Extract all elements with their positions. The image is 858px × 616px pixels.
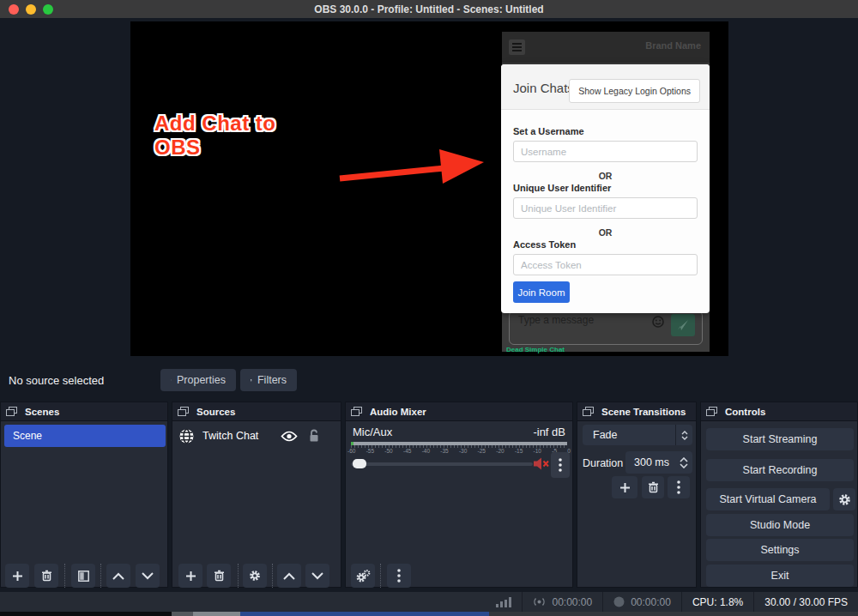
panel-icon: [706, 407, 718, 417]
trash-icon: [648, 481, 659, 493]
remove-scene-button[interactable]: [34, 564, 58, 588]
studio-mode-button[interactable]: Studio Mode: [706, 514, 854, 536]
panel-icon: [178, 407, 190, 417]
scenes-panel-header[interactable]: Scenes: [1, 402, 167, 421]
sources-panel-header[interactable]: Sources: [172, 402, 341, 421]
add-transition-button[interactable]: [612, 476, 637, 498]
sources-panel: Sources Twitch Chat: [172, 402, 341, 588]
transitions-panel-header[interactable]: Scene Transitions: [577, 402, 696, 421]
volume-slider[interactable]: [351, 462, 533, 466]
add-source-button[interactable]: [178, 564, 202, 588]
message-placeholder: Type a message: [518, 314, 594, 326]
window-title: OBS 30.0.0 - Profile: Untitled - Scenes:…: [0, 3, 858, 15]
plus-icon: [12, 571, 23, 582]
duration-label: Duration: [583, 457, 623, 469]
scenes-panel: Scenes Scene: [0, 402, 168, 588]
message-input[interactable]: Type a message: [509, 311, 703, 345]
red-arrow: [336, 144, 486, 187]
scene-transitions-panel: Scene Transitions Fade Duration 300 ms: [577, 402, 697, 588]
scene-filters-button[interactable]: [71, 564, 95, 588]
move-scene-up-button[interactable]: [106, 564, 130, 588]
modal-title: Join Chats: [513, 81, 574, 95]
uuid-input[interactable]: [513, 197, 698, 219]
remove-source-button[interactable]: [207, 564, 231, 588]
advanced-audio-button[interactable]: [351, 564, 375, 588]
join-room-button[interactable]: Join Room: [513, 281, 570, 303]
signal-bars-icon: [496, 597, 511, 607]
controls-panel-header[interactable]: Controls: [701, 402, 857, 421]
access-token-input[interactable]: [513, 254, 698, 275]
start-streaming-button[interactable]: Start Streaming: [706, 428, 854, 450]
add-scene-button[interactable]: [5, 564, 29, 588]
duration-spinner-chevrons: [675, 451, 692, 474]
audio-mixer-panel: Audio Mixer Mic/Aux -inf dB -60 -55 -50 …: [345, 402, 573, 588]
chevron-down-icon: [681, 436, 688, 440]
username-input[interactable]: [513, 141, 698, 162]
chat-brand-name: Brand Name: [645, 40, 701, 51]
dead-simple-chat-brand: Dead Simple Chat: [506, 346, 565, 353]
settings-button[interactable]: Settings: [706, 539, 854, 561]
broadcast-icon: [533, 596, 546, 607]
filters-icon: [251, 375, 252, 386]
properties-button[interactable]: Properties: [160, 369, 236, 391]
toolbar-separator: [272, 564, 273, 588]
duration-spinner[interactable]: 300 ms: [625, 451, 692, 474]
audio-mixer-panel-header[interactable]: Audio Mixer: [346, 402, 572, 421]
unlock-icon[interactable]: [308, 429, 320, 443]
gear-icon: [249, 570, 261, 582]
panel-icon: [583, 407, 595, 417]
panel-icon: [6, 407, 18, 417]
uuid-label: Unique User Identifier: [513, 183, 611, 193]
controls-panel: Controls Start Streaming Start Recording…: [700, 402, 858, 588]
gear-icon: [838, 493, 851, 506]
transition-menu-button[interactable]: [668, 476, 690, 498]
move-source-up-button[interactable]: [277, 564, 301, 588]
filters-button[interactable]: Filters: [240, 369, 297, 391]
mixer-channel-menu-button[interactable]: [551, 452, 570, 478]
move-scene-down-button[interactable]: [136, 564, 160, 588]
chevron-down-icon: [680, 463, 688, 468]
fps-indicator: 30.00 / 30.00 FPS: [753, 592, 858, 612]
volume-slider-handle[interactable]: [353, 459, 366, 468]
chat-widget-header: Brand Name: [502, 32, 710, 63]
transition-select-chevrons: [675, 425, 692, 445]
visibility-eye-icon[interactable]: [281, 431, 298, 442]
mixer-level-value: -inf dB: [533, 426, 565, 438]
network-status: [486, 592, 522, 612]
kebab-menu-icon: [559, 458, 562, 472]
meter-tick-labels: -60 -55 -50 -45 -40 -35 -30 -25 -20 -15 …: [347, 448, 571, 454]
chevron-down-icon: [311, 572, 323, 580]
chevron-down-icon: [142, 572, 154, 580]
start-virtual-camera-button[interactable]: Start Virtual Camera: [706, 488, 830, 510]
scene-list-item-selected[interactable]: Scene: [4, 425, 166, 447]
exit-button[interactable]: Exit: [706, 565, 854, 587]
access-token-label: Access Token: [513, 239, 576, 250]
legacy-login-button[interactable]: Show Legacy Login Options: [569, 79, 700, 103]
hamburger-menu-icon[interactable]: [509, 39, 525, 55]
mixer-channel-name: Mic/Aux: [353, 426, 392, 438]
send-button[interactable]: [671, 314, 695, 336]
username-label: Set a Username: [513, 126, 584, 136]
transition-select[interactable]: Fade: [583, 425, 692, 445]
source-properties-button[interactable]: [243, 564, 267, 588]
emoji-icon[interactable]: [652, 316, 664, 328]
preview-canvas[interactable]: Add Chat to OBS Brand Name Type a messag…: [130, 21, 728, 356]
toolbar-separator: [100, 564, 101, 588]
trash-icon: [214, 570, 225, 582]
muted-speaker-icon[interactable]: [534, 457, 550, 470]
panel-icon: [351, 407, 363, 417]
start-recording-button[interactable]: Start Recording: [706, 459, 854, 481]
cpu-usage: CPU: 1.8%: [681, 592, 753, 612]
virtual-camera-settings-button[interactable]: [833, 488, 855, 510]
annotation-text: Add Chat to OBS: [154, 112, 275, 160]
join-chats-modal: Join Chats Show Legacy Login Options Set…: [501, 64, 710, 313]
record-circle-icon: [613, 596, 625, 607]
remove-transition-button[interactable]: [642, 476, 664, 498]
send-plane-icon: [678, 320, 688, 330]
mixer-menu-button[interactable]: [387, 564, 411, 588]
chevron-up-icon: [283, 572, 295, 580]
plus-icon: [619, 482, 631, 493]
move-source-down-button[interactable]: [305, 564, 329, 588]
no-source-selected-label: No source selected: [9, 374, 104, 387]
source-list-item[interactable]: Twitch Chat: [179, 426, 335, 446]
